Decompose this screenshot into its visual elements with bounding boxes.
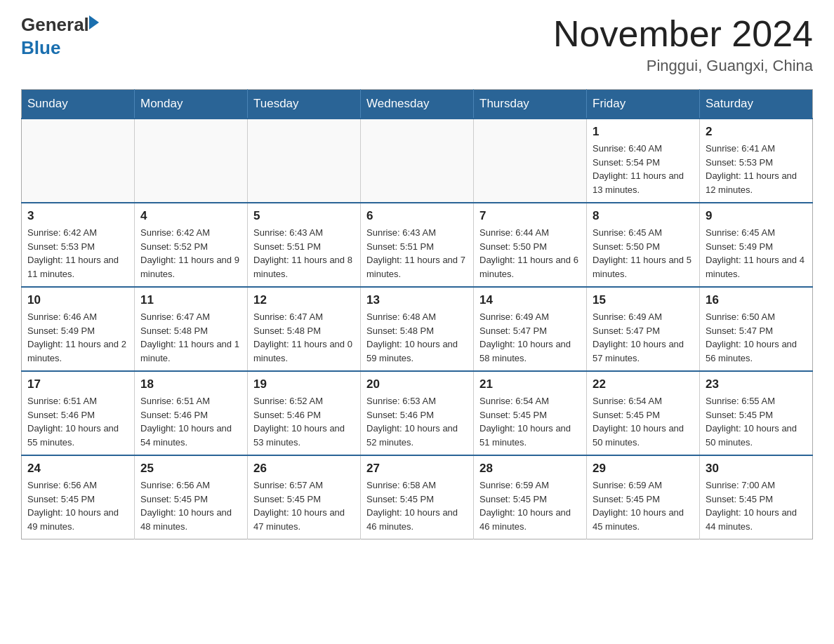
day-info: Sunrise: 6:43 AMSunset: 5:51 PMDaylight:…	[253, 226, 355, 281]
weekday-header-tuesday: Tuesday	[248, 90, 361, 119]
calendar-cell: 21Sunrise: 6:54 AMSunset: 5:45 PMDayligh…	[474, 371, 587, 455]
logo-container: General Blue	[21, 14, 99, 59]
day-info: Sunrise: 6:54 AMSunset: 5:45 PMDaylight:…	[479, 394, 581, 449]
day-number: 4	[140, 209, 241, 223]
day-number: 14	[479, 293, 581, 307]
calendar-cell: 19Sunrise: 6:52 AMSunset: 5:46 PMDayligh…	[248, 371, 361, 455]
calendar-cell: 30Sunrise: 7:00 AMSunset: 5:45 PMDayligh…	[700, 455, 813, 539]
day-number: 15	[593, 293, 694, 307]
day-number: 27	[366, 462, 468, 476]
calendar-cell: 15Sunrise: 6:49 AMSunset: 5:47 PMDayligh…	[587, 287, 700, 371]
calendar-week-5: 24Sunrise: 6:56 AMSunset: 5:45 PMDayligh…	[22, 455, 813, 539]
day-info: Sunrise: 6:59 AMSunset: 5:45 PMDaylight:…	[593, 478, 694, 533]
day-info: Sunrise: 6:42 AMSunset: 5:53 PMDaylight:…	[27, 226, 128, 281]
calendar-cell: 13Sunrise: 6:48 AMSunset: 5:48 PMDayligh…	[361, 287, 474, 371]
calendar-cell	[474, 119, 587, 203]
weekday-header-friday: Friday	[587, 90, 700, 119]
day-info: Sunrise: 6:45 AMSunset: 5:50 PMDaylight:…	[593, 226, 694, 281]
day-number: 3	[27, 209, 128, 223]
day-number: 22	[593, 377, 694, 391]
calendar-cell: 11Sunrise: 6:47 AMSunset: 5:48 PMDayligh…	[135, 287, 248, 371]
calendar-header: SundayMondayTuesdayWednesdayThursdayFrid…	[22, 90, 813, 119]
day-info: Sunrise: 6:53 AMSunset: 5:46 PMDaylight:…	[366, 394, 468, 449]
logo-general-text: General	[21, 14, 89, 36]
day-info: Sunrise: 6:57 AMSunset: 5:45 PMDaylight:…	[253, 478, 355, 533]
day-info: Sunrise: 6:59 AMSunset: 5:45 PMDaylight:…	[479, 478, 581, 533]
day-number: 30	[706, 462, 807, 476]
day-info: Sunrise: 6:49 AMSunset: 5:47 PMDaylight:…	[479, 310, 581, 365]
weekday-header-saturday: Saturday	[700, 90, 813, 119]
day-info: Sunrise: 6:55 AMSunset: 5:45 PMDaylight:…	[706, 394, 807, 449]
weekday-header-wednesday: Wednesday	[361, 90, 474, 119]
day-number: 5	[253, 209, 355, 223]
calendar-cell: 24Sunrise: 6:56 AMSunset: 5:45 PMDayligh…	[22, 455, 135, 539]
day-info: Sunrise: 6:47 AMSunset: 5:48 PMDaylight:…	[140, 310, 241, 365]
calendar-cell: 12Sunrise: 6:47 AMSunset: 5:48 PMDayligh…	[248, 287, 361, 371]
day-info: Sunrise: 6:42 AMSunset: 5:52 PMDaylight:…	[140, 226, 241, 281]
calendar-week-1: 1Sunrise: 6:40 AMSunset: 5:54 PMDaylight…	[22, 119, 813, 203]
calendar-cell: 18Sunrise: 6:51 AMSunset: 5:46 PMDayligh…	[135, 371, 248, 455]
calendar-cell: 4Sunrise: 6:42 AMSunset: 5:52 PMDaylight…	[135, 203, 248, 287]
day-number: 28	[479, 462, 581, 476]
calendar-cell: 22Sunrise: 6:54 AMSunset: 5:45 PMDayligh…	[587, 371, 700, 455]
calendar-cell: 28Sunrise: 6:59 AMSunset: 5:45 PMDayligh…	[474, 455, 587, 539]
calendar-cell: 10Sunrise: 6:46 AMSunset: 5:49 PMDayligh…	[22, 287, 135, 371]
calendar-cell: 25Sunrise: 6:56 AMSunset: 5:45 PMDayligh…	[135, 455, 248, 539]
day-info: Sunrise: 6:58 AMSunset: 5:45 PMDaylight:…	[366, 478, 468, 533]
day-info: Sunrise: 6:46 AMSunset: 5:49 PMDaylight:…	[27, 310, 128, 365]
day-number: 7	[479, 209, 581, 223]
calendar-cell: 1Sunrise: 6:40 AMSunset: 5:54 PMDaylight…	[587, 119, 700, 203]
day-number: 20	[366, 377, 468, 391]
calendar-cell: 17Sunrise: 6:51 AMSunset: 5:46 PMDayligh…	[22, 371, 135, 455]
day-info: Sunrise: 6:41 AMSunset: 5:53 PMDaylight:…	[706, 142, 807, 196]
day-number: 24	[27, 462, 128, 476]
day-info: Sunrise: 6:48 AMSunset: 5:48 PMDaylight:…	[366, 310, 468, 365]
calendar-cell: 6Sunrise: 6:43 AMSunset: 5:51 PMDaylight…	[361, 203, 474, 287]
day-info: Sunrise: 6:51 AMSunset: 5:46 PMDaylight:…	[140, 394, 241, 449]
day-number: 16	[706, 293, 807, 307]
day-info: Sunrise: 6:43 AMSunset: 5:51 PMDaylight:…	[366, 226, 468, 281]
calendar-cell: 5Sunrise: 6:43 AMSunset: 5:51 PMDaylight…	[248, 203, 361, 287]
calendar-cell	[248, 119, 361, 203]
day-info: Sunrise: 6:50 AMSunset: 5:47 PMDaylight:…	[706, 310, 807, 365]
calendar-title: November 2024	[553, 14, 813, 54]
calendar-subtitle: Pinggui, Guangxi, China	[553, 57, 813, 75]
calendar-cell: 14Sunrise: 6:49 AMSunset: 5:47 PMDayligh…	[474, 287, 587, 371]
calendar-cell: 27Sunrise: 6:58 AMSunset: 5:45 PMDayligh…	[361, 455, 474, 539]
calendar-cell: 26Sunrise: 6:57 AMSunset: 5:45 PMDayligh…	[248, 455, 361, 539]
day-number: 12	[253, 293, 355, 307]
day-number: 21	[479, 377, 581, 391]
page-header: General Blue November 2024 Pinggui, Guan…	[21, 14, 813, 75]
day-number: 8	[593, 209, 694, 223]
calendar-cell: 16Sunrise: 6:50 AMSunset: 5:47 PMDayligh…	[700, 287, 813, 371]
day-info: Sunrise: 6:47 AMSunset: 5:48 PMDaylight:…	[253, 310, 355, 365]
day-info: Sunrise: 6:40 AMSunset: 5:54 PMDaylight:…	[593, 142, 694, 196]
title-block: November 2024 Pinggui, Guangxi, China	[553, 14, 813, 75]
day-number: 9	[706, 209, 807, 223]
calendar-cell: 23Sunrise: 6:55 AMSunset: 5:45 PMDayligh…	[700, 371, 813, 455]
day-info: Sunrise: 6:49 AMSunset: 5:47 PMDaylight:…	[593, 310, 694, 365]
calendar-body: 1Sunrise: 6:40 AMSunset: 5:54 PMDaylight…	[22, 119, 813, 539]
weekday-header-monday: Monday	[135, 90, 248, 119]
day-info: Sunrise: 6:45 AMSunset: 5:49 PMDaylight:…	[706, 226, 807, 281]
day-info: Sunrise: 6:51 AMSunset: 5:46 PMDaylight:…	[27, 394, 128, 449]
calendar-week-2: 3Sunrise: 6:42 AMSunset: 5:53 PMDaylight…	[22, 203, 813, 287]
day-number: 26	[253, 462, 355, 476]
calendar-cell: 8Sunrise: 6:45 AMSunset: 5:50 PMDaylight…	[587, 203, 700, 287]
day-info: Sunrise: 6:44 AMSunset: 5:50 PMDaylight:…	[479, 226, 581, 281]
day-number: 1	[593, 125, 694, 139]
logo-arrow-icon	[89, 15, 99, 29]
day-number: 17	[27, 377, 128, 391]
calendar-cell: 7Sunrise: 6:44 AMSunset: 5:50 PMDaylight…	[474, 203, 587, 287]
logo-line1: General	[21, 14, 99, 36]
day-number: 13	[366, 293, 468, 307]
weekday-header-sunday: Sunday	[22, 90, 135, 119]
calendar-week-3: 10Sunrise: 6:46 AMSunset: 5:49 PMDayligh…	[22, 287, 813, 371]
calendar-cell	[135, 119, 248, 203]
weekday-header-row: SundayMondayTuesdayWednesdayThursdayFrid…	[22, 90, 813, 119]
calendar-cell: 20Sunrise: 6:53 AMSunset: 5:46 PMDayligh…	[361, 371, 474, 455]
day-info: Sunrise: 6:56 AMSunset: 5:45 PMDaylight:…	[140, 478, 241, 533]
day-number: 23	[706, 377, 807, 391]
calendar-table: SundayMondayTuesdayWednesdayThursdayFrid…	[21, 89, 813, 539]
day-info: Sunrise: 7:00 AMSunset: 5:45 PMDaylight:…	[706, 478, 807, 533]
